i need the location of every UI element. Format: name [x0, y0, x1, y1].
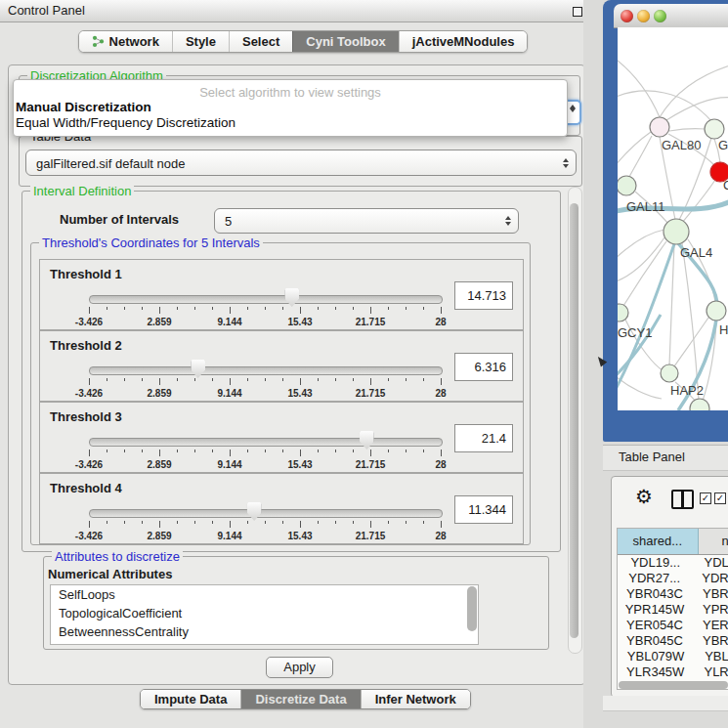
column-layout-icon[interactable] — [671, 490, 694, 509]
list-scrollbar[interactable] — [467, 586, 477, 631]
slider: -3.4262.8599.14415.4321.71528 — [89, 430, 441, 471]
table-data-combobox[interactable]: galFiltered.sif default node — [25, 150, 577, 176]
threshold-row: Threshold 4 -3.4262.8599.14415.4321.7152… — [39, 473, 524, 544]
tab-cyni-toolbox[interactable]: Cyni Toolbox — [292, 31, 398, 52]
tick-label: 28 — [435, 388, 446, 399]
cell-name[interactable]: YDL1 — [694, 555, 728, 571]
minimize-traffic-light-icon[interactable] — [637, 10, 650, 22]
table-row[interactable]: YBR045CYBR0 — [618, 633, 728, 649]
thresholds-group: Threshold's Coordinates for 5 Intervals … — [30, 242, 531, 545]
cell-shared-name[interactable]: YBL079W — [618, 649, 695, 664]
table-row[interactable]: YBL079WYBL0 — [618, 649, 728, 664]
slider-handle[interactable] — [360, 431, 374, 450]
cell-name[interactable]: YBR0 — [693, 633, 728, 649]
cell-name[interactable]: YBL0 — [695, 649, 728, 664]
tab-infer-network[interactable]: Infer Network — [361, 690, 470, 708]
tab-label: jActiveMNodules — [412, 34, 515, 49]
node-label-gal80: GAL80 — [662, 138, 701, 152]
vertical-scrollbar[interactable] — [568, 187, 582, 654]
network-canvas[interactable]: GAL80GCGAL11GAL4GCY1HHAP2 — [618, 27, 728, 410]
float-window-icon[interactable] — [573, 7, 582, 17]
threshold-value-field[interactable]: 14.713 — [454, 281, 513, 310]
cell-shared-name[interactable]: YPR145W — [618, 602, 693, 618]
table-row[interactable]: YDR27...YDR2 — [618, 571, 728, 586]
slider-ticks — [89, 450, 441, 457]
group-label: Interval Definition — [30, 184, 134, 198]
network-view-window[interactable]: GAL80GCGAL11GAL4GCY1HHAP2 — [603, 0, 728, 442]
cell-name[interactable]: YER0 — [693, 618, 728, 633]
threshold-value-field[interactable]: 6.316 — [454, 353, 513, 381]
network-window-titlebar[interactable] — [614, 4, 728, 28]
tick-label: 2.859 — [147, 531, 171, 541]
table-row[interactable]: YDL19...YDL1 — [618, 555, 728, 571]
slider-ticks — [89, 378, 441, 386]
slider-track[interactable] — [89, 366, 443, 375]
table-row[interactable]: YER054CYER0 — [618, 618, 728, 633]
slider-handle[interactable] — [191, 360, 205, 378]
tab-style[interactable]: Style — [172, 31, 229, 52]
slider-track[interactable] — [89, 509, 443, 518]
scrollbar-thumb[interactable] — [570, 203, 578, 638]
network-icon — [92, 35, 105, 48]
threshold-value-field[interactable]: 11.344 — [454, 495, 513, 524]
tab-label: Impute Data — [154, 692, 227, 707]
table-row[interactable]: YLR345WYLR3 — [618, 664, 728, 680]
tick-label: -3.426 — [75, 388, 103, 399]
tab-jactivemnodules[interactable]: jActiveMNodules — [399, 31, 528, 52]
cell-shared-name[interactable]: YBR045C — [618, 633, 693, 649]
cell-name[interactable]: YDR2 — [692, 571, 728, 586]
network-node[interactable] — [661, 364, 678, 382]
numerical-attributes-list[interactable]: SelfLoopsTopologicalCoefficientBetweenne… — [50, 584, 479, 645]
slider-track[interactable] — [89, 295, 443, 304]
network-graph: GAL80GCGAL11GAL4GCY1HHAP2 — [618, 27, 728, 410]
cell-name[interactable]: YLR3 — [694, 664, 728, 680]
threshold-label: Threshold 1 — [50, 267, 122, 281]
cell-shared-name[interactable]: YDR27... — [618, 571, 692, 586]
tab-discretize-data[interactable]: Discretize Data — [240, 690, 360, 708]
cell-shared-name[interactable]: YER054C — [618, 618, 693, 633]
slider-track[interactable] — [89, 438, 443, 447]
node-table: shared... na YDL19...YDL1YDR27...YDR2YBR… — [617, 528, 728, 690]
algorithm-option-manual-discretization[interactable]: Manual Discretization — [14, 100, 567, 115]
network-node[interactable] — [618, 304, 628, 321]
checkbox-icon[interactable]: ✓ — [700, 492, 711, 504]
attribute-item-betweennesscentrality[interactable]: BetweennessCentrality — [51, 622, 478, 641]
algorithm-option-equal-width-frequency-discretization[interactable]: Equal Width/Frequency Discretization — [14, 115, 567, 131]
tab-label: Discretize Data — [255, 692, 346, 707]
cell-name[interactable]: YBR0 — [693, 586, 728, 602]
network-node[interactable] — [650, 117, 669, 137]
slider-handle[interactable] — [284, 288, 299, 307]
tab-select[interactable]: Select — [229, 31, 292, 52]
table-row[interactable]: YBR043CYBR0 — [618, 586, 728, 602]
slider-handle[interactable] — [247, 502, 262, 521]
table-panel-titlebar: Table Panel — [603, 445, 728, 471]
zoom-traffic-light-icon[interactable] — [654, 10, 666, 22]
slider-tick-labels: -3.4262.8599.14415.4321.71528 — [89, 459, 441, 470]
tab-impute-data[interactable]: Impute Data — [141, 690, 240, 708]
horizontal-scrollbar[interactable] — [619, 681, 728, 689]
network-node[interactable] — [690, 399, 709, 410]
table-row[interactable]: YPR145WYPR1 — [618, 602, 728, 618]
cell-shared-name[interactable]: YDL19... — [618, 555, 694, 571]
tab-network[interactable]: Network — [79, 31, 172, 52]
cell-shared-name[interactable]: YLR345W — [618, 664, 694, 680]
number-of-intervals-combobox[interactable]: 5 — [214, 208, 519, 234]
node-label-hap2: HAP2 — [670, 383, 704, 398]
cell-shared-name[interactable]: YBR043C — [618, 586, 693, 602]
close-traffic-light-icon[interactable] — [621, 10, 633, 22]
attribute-item-selfloops[interactable]: SelfLoops — [51, 585, 478, 604]
column-header-shared-name[interactable]: shared... — [618, 529, 699, 554]
tick-label: 28 — [435, 317, 446, 327]
checkbox-icon[interactable]: ✓ — [714, 492, 726, 504]
network-node[interactable] — [664, 219, 689, 244]
settings-gear-icon[interactable]: ⚙ — [635, 485, 653, 508]
apply-button[interactable]: Apply — [266, 657, 333, 678]
column-header-name[interactable]: na — [699, 529, 728, 554]
network-node[interactable] — [705, 119, 724, 139]
tick-label: 15.43 — [287, 317, 312, 327]
threshold-value-field[interactable]: 21.4 — [454, 424, 513, 452]
network-node[interactable] — [707, 301, 726, 321]
attribute-item-topologicalcoefficient[interactable]: TopologicalCoefficient — [51, 604, 478, 622]
network-node[interactable] — [618, 176, 636, 195]
cell-name[interactable]: YPR1 — [693, 602, 728, 618]
